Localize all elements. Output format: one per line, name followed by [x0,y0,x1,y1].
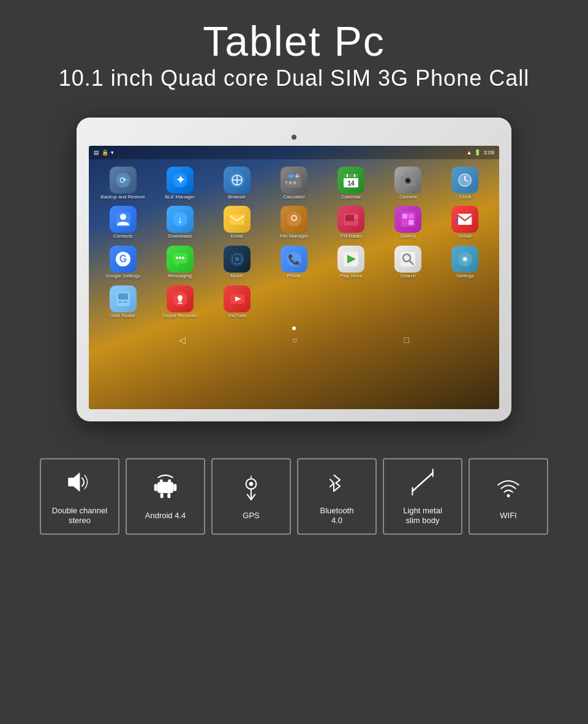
app-item-fmradio[interactable]: FM Radio [323,203,379,242]
status-icon-sim: ▤ [94,149,99,156]
app-item-search[interactable]: Search [380,243,436,282]
app-item-calendar[interactable]: 14Calendar [323,164,379,203]
app-label-calculator: Calculator [283,195,305,200]
app-item-contacts[interactable]: Contacts [95,203,151,242]
svg-point-22 [407,179,409,181]
app-item-googlesettings[interactable]: GGoogle Settings [95,243,151,282]
app-item-camera[interactable]: Camera [380,164,436,203]
app-item-youtube[interactable]: YouTube [209,283,265,322]
nav-indicator [89,326,499,333]
app-icon-simtoolkit [110,285,137,312]
app-item-clock[interactable]: Clock [437,164,493,203]
app-label-backup: Backup and Restore [100,195,145,200]
app-item-playstore[interactable]: Play Store [323,243,379,282]
app-label-settings: Settings [456,274,474,279]
app-icon-gallery [394,206,421,233]
app-item-settings[interactable]: Settings [437,243,493,282]
svg-point-65 [464,258,467,261]
app-item-gmail[interactable]: Gmail [437,203,493,242]
app-label-youtube: YouTube [227,314,246,319]
app-label-calendar: Calendar [341,195,361,200]
app-icon-youtube [224,285,251,312]
app-item-soundrecorder[interactable]: Sound Recorder [152,283,208,322]
app-icon-ble: ✦ [167,167,194,194]
svg-rect-32 [230,214,244,225]
feature-icon-bluetooth [322,467,352,501]
app-item-music[interactable]: Music [209,243,265,282]
app-item-calculator[interactable]: +7 8 9−Calculator [266,164,322,203]
app-label-messaging: Messaging [168,274,192,279]
app-label-email: Email [231,234,243,239]
app-icon-fmradio [337,206,364,233]
svg-point-71 [178,295,183,300]
svg-point-87 [249,482,254,486]
app-icon-search [394,246,421,273]
features-section: Double channel stereo Android 4.4 GPS Bl… [40,458,548,535]
svg-rect-37 [345,215,354,221]
app-icon-messaging [167,246,194,273]
feature-box-stereo: Double channel stereo [40,458,119,535]
svg-point-91 [507,494,510,497]
tablet-wrapper: ▤ 🔒 ▾ ▲ 🔋 3:09 ⟳Backup and Restore✦BLE M… [77,118,511,421]
svg-rect-41 [402,214,407,219]
app-item-simtoolkit[interactable]: SIM Toolkit [95,283,151,322]
svg-text:14: 14 [348,180,355,187]
app-label-clock: Clock [459,195,471,200]
app-icon-phone: 📞 [281,246,307,273]
app-label-playstore: Play Store [340,274,363,279]
app-icon-googlesettings: G [110,246,137,273]
nav-dot [292,326,296,330]
app-item-phone[interactable]: 📞Phone [266,243,322,282]
app-icon-settings [451,246,478,273]
nav-home[interactable]: ○ [292,335,297,345]
app-icon-music [224,246,251,273]
tablet-camera [292,135,296,140]
app-item-ble[interactable]: ✦BLE Manager [152,164,208,203]
app-label-contacts: Contacts [113,234,133,239]
app-icon-camera [394,167,421,194]
app-icon-calculator: +7 8 9− [281,167,307,194]
nav-back[interactable]: ◁ [179,335,186,345]
app-icon-gmail [451,206,478,233]
svg-point-50 [179,257,181,259]
feature-box-android: Android 4.4 [126,458,205,535]
status-left: ▤ 🔒 ▾ [94,149,114,156]
status-icon-lock: 🔒 [102,149,108,156]
app-item-backup[interactable]: ⟳Backup and Restore [95,164,151,203]
app-icon-email [224,206,251,233]
svg-rect-9 [288,175,293,178]
app-item-filemanager[interactable]: File Manager [266,203,322,242]
app-label-camera: Camera [399,195,417,200]
svg-text:📞: 📞 [288,254,300,265]
app-item-gallery[interactable]: Gallery [380,203,436,242]
feature-label-android: Android 4.4 [145,511,186,521]
svg-rect-44 [409,220,413,225]
app-label-downloads: Downloads [168,234,192,239]
feature-icon-stereo [64,467,95,501]
svg-point-29 [120,214,126,220]
app-label-music: Music [230,274,243,279]
svg-text:G: G [119,254,126,264]
app-item-messaging[interactable]: Messaging [152,243,208,282]
svg-rect-69 [124,301,127,303]
feature-label-stereo: Double channel stereo [52,506,107,527]
sub-title: 10.1 inch Quad core Dual SIM 3G Phone Ca… [59,64,529,93]
status-icon-notif: ▾ [111,149,114,156]
feature-box-bluetooth: Bluetooth 4.0 [297,458,377,535]
app-label-ble: BLE Manager [165,195,195,200]
tablet-outer: ▤ 🔒 ▾ ▲ 🔋 3:09 ⟳Backup and Restore✦BLE M… [77,118,511,421]
svg-point-39 [355,216,357,218]
app-icon-soundrecorder [167,285,194,312]
app-item-email[interactable]: Email [209,203,265,242]
app-label-simtoolkit: SIM Toolkit [111,314,135,319]
app-item-downloads[interactable]: ↓Downloads [152,203,208,242]
app-item-browser[interactable]: Browser [209,164,265,203]
nav-recent[interactable]: □ [404,335,409,345]
feature-icon-android [150,472,181,506]
svg-rect-82 [154,484,157,491]
app-icon-filemanager [281,206,307,233]
app-label-soundrecorder: Sound Recorder [162,314,198,319]
status-battery: 🔋 [474,149,481,156]
app-label-gallery: Gallery [401,234,416,239]
svg-rect-43 [402,220,407,225]
